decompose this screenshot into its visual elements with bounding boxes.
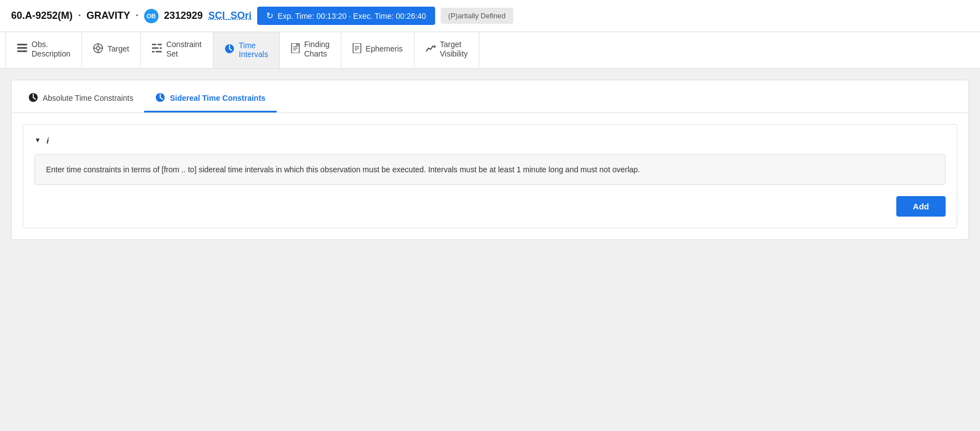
add-btn-row: Add (34, 196, 946, 217)
sub-tab-sidereal-time-label: Sidereal Time Constraints (170, 94, 265, 102)
header-bar: 60.A-9252(M) · GRAVITY · OB 2312929 SCI_… (0, 0, 980, 32)
info-box: Enter time constraints in terms of [from… (34, 154, 946, 185)
tab-finding-charts[interactable]: FindingCharts (280, 32, 341, 68)
sub-tab-bar: Absolute Time Constraints Sidereal Time … (12, 80, 968, 112)
tab-ephemeris[interactable]: Ephemeris (341, 32, 415, 68)
sub-tab-absolute-time-label: Absolute Time Constraints (43, 94, 133, 102)
info-icon: i (47, 136, 49, 145)
tab-obs-description[interactable]: Obs.Description (6, 32, 82, 68)
finding-charts-icon (291, 43, 300, 55)
refresh-icon: ↻ (266, 11, 273, 21)
program-id: 60.A-9252(M) (11, 10, 73, 22)
exec-info-label: Exp. Time: 00:13:20 · Exec. Time: 00:26:… (278, 12, 426, 20)
svg-rect-1 (17, 47, 27, 49)
sub-tab-content: ▼ i Enter time constraints in terms of [… (12, 113, 968, 239)
svg-rect-2 (17, 50, 27, 52)
sci-link[interactable]: SCI_SOri (208, 10, 252, 22)
tab-target-visibility-label: TargetVisibility (440, 40, 468, 59)
tab-constraint-set-label: ConstraintSet (166, 40, 202, 59)
sub-tab-sidereal-time[interactable]: Sidereal Time Constraints (144, 86, 276, 112)
svg-rect-9 (152, 44, 156, 45)
main-content: Absolute Time Constraints Sidereal Time … (0, 69, 980, 428)
svg-point-4 (96, 47, 100, 50)
tab-obs-description-label: Obs.Description (32, 40, 70, 59)
tab-constraint-set[interactable]: ConstraintSet (141, 32, 213, 68)
tab-finding-charts-label: FindingCharts (304, 40, 330, 59)
svg-rect-12 (160, 47, 162, 49)
target-visibility-icon (426, 44, 436, 55)
svg-rect-13 (152, 51, 155, 53)
svg-rect-11 (152, 47, 159, 49)
target-icon (93, 43, 103, 55)
content-wrapper: Absolute Time Constraints Sidereal Time … (11, 80, 969, 240)
dot1: · (78, 10, 81, 22)
sidereal-time-icon (155, 93, 165, 104)
tab-target-visibility[interactable]: TargetVisibility (415, 32, 479, 68)
tab-time-intervals[interactable]: TimeIntervals (213, 32, 280, 68)
collapse-arrow[interactable]: ▼ (34, 136, 41, 144)
sub-tab-absolute-time[interactable]: Absolute Time Constraints (17, 86, 144, 112)
tab-target[interactable]: Target (82, 32, 141, 68)
time-intervals-icon (224, 44, 234, 56)
obs-description-icon (17, 44, 27, 55)
tab-ephemeris-label: Ephemeris (366, 44, 403, 54)
ob-badge: OB (144, 9, 159, 23)
info-text: Enter time constraints in terms of [from… (46, 165, 640, 174)
svg-rect-0 (17, 44, 27, 45)
tab-bar: Obs.Description Target ConstraintSet Tim… (0, 32, 980, 69)
absolute-time-icon (28, 93, 38, 104)
status-badge: (P)artially Defined (441, 8, 513, 24)
dot2: · (136, 10, 139, 22)
add-button[interactable]: Add (896, 196, 946, 217)
tab-time-intervals-label: TimeIntervals (239, 41, 268, 60)
sidereal-constraints-card: ▼ i Enter time constraints in terms of [… (23, 124, 957, 228)
exec-info-button[interactable]: ↻ Exp. Time: 00:13:20 · Exec. Time: 00:2… (257, 7, 435, 25)
constraint-set-icon (152, 44, 162, 55)
instrument: GRAVITY (86, 10, 130, 22)
tab-target-label: Target (108, 44, 129, 54)
collapse-row: ▼ i (34, 136, 946, 145)
ob-id: 2312929 (164, 10, 203, 22)
ephemeris-icon (353, 43, 361, 55)
svg-rect-14 (156, 51, 162, 53)
svg-rect-10 (157, 44, 162, 45)
